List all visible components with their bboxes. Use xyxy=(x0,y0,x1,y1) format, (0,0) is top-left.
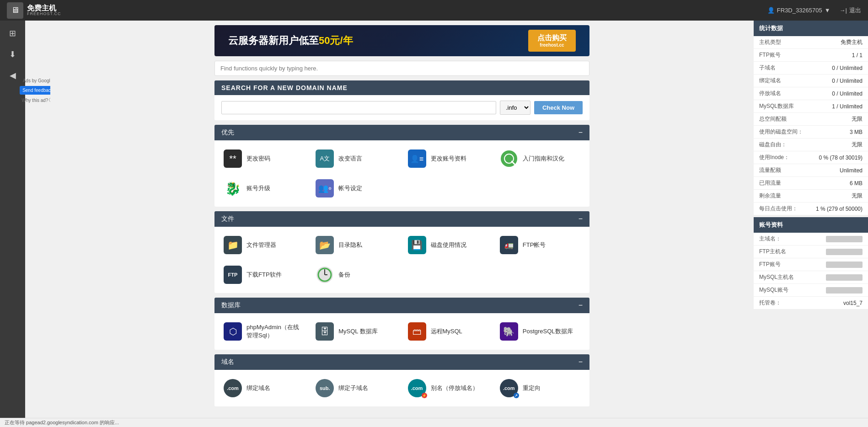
feature-account-settings[interactable]: 👥⚙ 帐号设定 xyxy=(313,177,398,200)
stats-row-value: 0 / Unlimited xyxy=(832,65,863,71)
stats-row: 使用的磁盘空间：3 MB xyxy=(754,126,868,139)
redirect-label: 重定向 xyxy=(523,384,541,392)
section-database-header[interactable]: 数据库 − xyxy=(214,298,589,313)
account-header: 账号资料 xyxy=(754,217,868,233)
stats-row: FTP账号1 / 1 xyxy=(754,49,868,62)
feature-disk-usage[interactable]: 💾 磁盘使用情况 xyxy=(406,234,491,256)
brand: 🖥 免费主机 FREEHOST.CC xyxy=(7,2,61,19)
section-priority-header[interactable]: 优先 − xyxy=(214,125,589,140)
stats-row-label: 磁盘自由： xyxy=(759,141,787,149)
stats-header: 统计数据 xyxy=(754,21,868,36)
status-text: 正在等待 pagead2.googlesyndication.com 的响应..… xyxy=(5,420,119,425)
stats-row-value: 1 / 1 xyxy=(852,52,863,59)
stats-row: 总空间配额无限 xyxy=(754,113,868,126)
account-row-value xyxy=(826,287,863,294)
feature-phpmyadmin[interactable]: ⬡ phpMyAdmin（在线管理Sql） xyxy=(221,320,306,343)
ad-sidebar: Ads by Google Send feedback Why this ad?… xyxy=(25,21,50,427)
section-files-header[interactable]: 文件 − xyxy=(214,211,589,227)
section-domain-header[interactable]: 域名 − xyxy=(214,354,589,370)
backup-label: 备份 xyxy=(338,271,350,279)
upgrade-icon: 🐉 xyxy=(224,179,242,197)
change-password-icon: ** xyxy=(224,149,242,168)
feature-change-language[interactable]: A文 改变语言 xyxy=(313,147,398,170)
stats-row-value: 1 % (279 of 50000) xyxy=(816,206,863,212)
feature-mysql-db[interactable]: 🗄 MySQL 数据库 xyxy=(313,320,398,343)
feature-ftp-account[interactable]: 🚛 FTP帐号 xyxy=(498,234,583,256)
feature-alias-domain[interactable]: .com ⚡ 别名（停放域名） xyxy=(406,377,491,400)
feature-file-manager[interactable]: 📁 文件管理器 xyxy=(221,234,306,256)
feature-upgrade[interactable]: 🐉 账号升级 xyxy=(221,177,306,200)
domain-search-body: .info .com .net .org Check Now xyxy=(214,95,589,120)
alias-domain-label: 别名（停放域名） xyxy=(431,384,478,392)
section-priority-collapse[interactable]: − xyxy=(579,128,583,137)
feature-redirect[interactable]: .com ↗ 重定向 xyxy=(498,377,583,400)
stats-row-label: 已用流量 xyxy=(759,179,781,187)
phpmyadmin-icon: ⬡ xyxy=(224,322,242,341)
section-domain: 域名 − .com 绑定域名 sub. 绑定子域名 .com ⚡ 别名（停 xyxy=(214,354,589,406)
stats-body: 主机类型免费主机FTP账号1 / 1子域名0 / Unlimited绑定域名0 … xyxy=(754,36,868,215)
feature-ftp-software[interactable]: FTP 下载FTP软件 xyxy=(221,263,306,286)
account-row: FTP主机名 xyxy=(754,246,868,258)
check-now-button[interactable]: Check Now xyxy=(534,101,583,114)
feature-guide[interactable]: 入门指南和汉化 xyxy=(498,147,583,170)
feature-dir-privacy[interactable]: 📂 目录隐私 xyxy=(313,234,398,256)
stats-row-label: 绑定域名 xyxy=(759,77,781,85)
domain-search-input[interactable] xyxy=(221,101,496,114)
stats-row: 流量配额Unlimited xyxy=(754,164,868,177)
account-row-label: MySQL账号 xyxy=(759,286,788,294)
why-this-ad-link[interactable]: Why this ad? ⓘ xyxy=(22,97,54,103)
logo-icon: 🖥 xyxy=(7,2,23,19)
dir-privacy-icon: 📂 xyxy=(316,236,334,254)
remote-mysql-icon: 🗃 xyxy=(408,322,426,341)
bind-domain-icon: .com xyxy=(224,379,242,397)
disk-usage-icon: 💾 xyxy=(408,236,426,254)
domain-tld-select[interactable]: .info .com .net .org xyxy=(500,101,530,115)
account-row-label: MySQL主机名 xyxy=(759,273,794,281)
username-label: FR3D_33265705 xyxy=(777,7,822,14)
feature-remote-mysql[interactable]: 🗃 远程MySQL xyxy=(406,320,491,343)
guide-icon xyxy=(500,149,518,168)
feature-backup[interactable]: 备份 xyxy=(313,263,398,286)
ftp-software-icon: FTP xyxy=(224,266,242,284)
search-input[interactable] xyxy=(214,61,589,76)
banner-text: 云服务器新用户低至50元/年 xyxy=(228,34,353,48)
banner-cta-button[interactable]: 点击购买 freehost.cc xyxy=(528,30,576,51)
stats-row: 停放域名0 / Unlimited xyxy=(754,87,868,100)
stats-row: 已用流量6 MB xyxy=(754,177,868,190)
sidebar-grid-icon[interactable]: ⊞ xyxy=(5,25,21,42)
banner[interactable]: 云服务器新用户低至50元/年 点击购买 freehost.cc xyxy=(214,25,589,56)
status-bar: 正在等待 pagead2.googlesyndication.com 的响应..… xyxy=(0,418,868,427)
change-profile-icon: 👤≡ xyxy=(408,149,426,168)
content-area: 云服务器新用户低至50元/年 点击购买 freehost.cc SEARCH F… xyxy=(50,21,754,427)
alias-domain-icon: .com ⚡ xyxy=(408,379,426,397)
user-icon: 👤 xyxy=(767,7,775,14)
postgresql-icon: 🐘 xyxy=(500,322,518,341)
navbar-logout[interactable]: →| 退出 xyxy=(840,6,861,15)
feature-bind-domain[interactable]: .com 绑定域名 xyxy=(221,377,306,400)
mysql-db-label: MySQL 数据库 xyxy=(338,327,377,336)
bind-domain-label: 绑定域名 xyxy=(246,384,270,392)
section-domain-collapse[interactable]: − xyxy=(579,358,583,366)
file-manager-label: 文件管理器 xyxy=(246,241,276,249)
stats-row-value: 无限 xyxy=(852,115,863,123)
section-domain-label: 域名 xyxy=(221,358,234,366)
backup-icon xyxy=(316,266,334,284)
feature-change-password[interactable]: ** 更改密码 xyxy=(221,147,306,170)
account-row-value: vol15_7 xyxy=(843,300,863,306)
section-files-collapse[interactable]: − xyxy=(579,215,583,223)
sidebar-download-icon[interactable]: ⬇ xyxy=(5,46,21,63)
stats-row-label: MySQL数据库 xyxy=(759,102,794,110)
account-row-value xyxy=(826,274,863,281)
stats-row-label: 使用Inode： xyxy=(759,154,789,161)
stats-row-value: 6 MB xyxy=(850,180,863,187)
feature-postgresql[interactable]: 🐘 PostgreSQL数据库 xyxy=(498,320,583,343)
section-database-collapse[interactable]: − xyxy=(579,301,583,310)
bind-subdomain-icon: sub. xyxy=(316,379,334,397)
upgrade-label: 账号升级 xyxy=(246,184,270,192)
stats-row-label: 主机类型 xyxy=(759,38,781,46)
sidebar-back-icon[interactable]: ◀ xyxy=(5,67,21,84)
account-settings-icon: 👥⚙ xyxy=(316,179,334,197)
navbar-user[interactable]: 👤 FR3D_33265705 ▼ xyxy=(767,7,830,14)
feature-change-profile[interactable]: 👤≡ 更改账号资料 xyxy=(406,147,491,170)
feature-bind-subdomain[interactable]: sub. 绑定子域名 xyxy=(313,377,398,400)
